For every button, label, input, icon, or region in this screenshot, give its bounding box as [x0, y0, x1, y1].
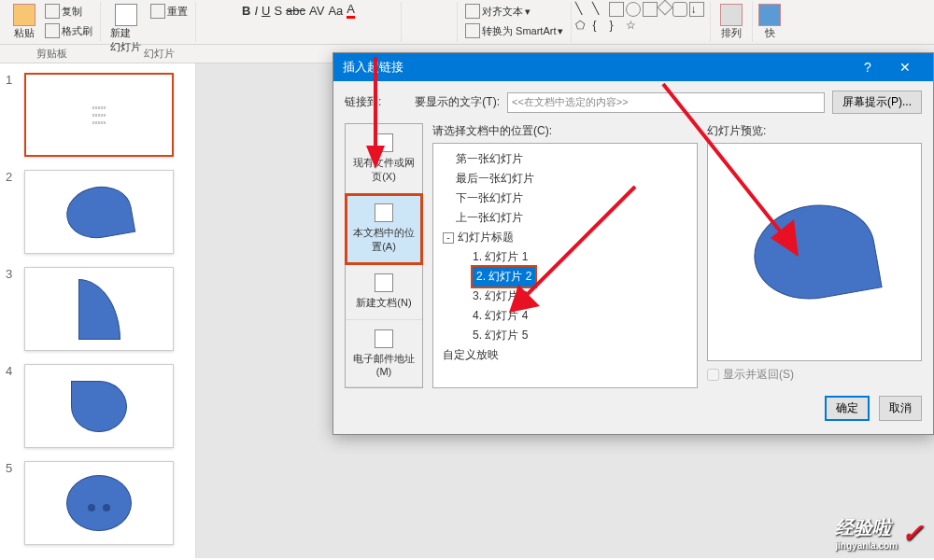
tree-prev-slide[interactable]: 上一张幻灯片: [439, 208, 691, 228]
quick-button[interactable]: 快: [753, 2, 786, 42]
reset-button[interactable]: 重置: [147, 2, 191, 21]
ok-button[interactable]: 确定: [825, 396, 870, 421]
tree-slide-5[interactable]: 5. 幻灯片 5: [439, 326, 691, 345]
align-text-button[interactable]: 对齐文本▾: [461, 2, 567, 21]
tab-new-document[interactable]: 新建文档(N): [346, 264, 422, 320]
slide-item-5[interactable]: 5: [6, 461, 190, 545]
tab-existing-file[interactable]: 现有文件或网页(X): [346, 124, 422, 194]
slide-thumb-1[interactable]: xxxxx xxxxx xxxxx: [24, 73, 174, 157]
slide-number: 4: [6, 364, 19, 448]
link-to-tabs: 现有文件或网页(X) 本文档中的位置(A) 新建文档(N) 电子邮件地址(M): [345, 123, 423, 388]
tree-slide-titles[interactable]: -幻灯片标题: [439, 228, 691, 247]
slide-panel[interactable]: 1 xxxxx xxxxx xxxxx 2 3 4 5: [0, 63, 196, 558]
slide-thumb-4[interactable]: [24, 364, 174, 448]
slide-item-4[interactable]: 4: [6, 364, 190, 448]
quick-icon: [758, 4, 781, 26]
strike-button[interactable]: abc: [286, 4, 305, 18]
ribbon-group-paragraph: [402, 2, 458, 42]
ribbon: 粘贴 复制 格式刷 新建 幻灯片 重置 B I U S abc AV A: [0, 0, 934, 45]
preview-pie-shape: [746, 195, 882, 308]
format-painter-button[interactable]: 格式刷: [41, 21, 96, 40]
place-tree[interactable]: 第一张幻灯片 最后一张幻灯片 下一张幻灯片 上一张幻灯片 -幻灯片标题 1. 幻…: [432, 143, 698, 388]
slide-number: 5: [6, 461, 19, 545]
paste-label: 粘贴: [14, 26, 35, 40]
position-label: 请选择文档中的位置(C):: [432, 123, 698, 139]
check-icon: ✓: [901, 518, 923, 549]
tab-email-address[interactable]: 电子邮件地址(M): [346, 320, 422, 387]
display-text-label: 要显示的文字(T):: [415, 94, 500, 110]
smartart-button[interactable]: 转换为 SmartArt▾: [461, 21, 567, 40]
new-doc-icon: [375, 273, 393, 292]
display-text-input[interactable]: [507, 92, 825, 113]
tree-slide-2[interactable]: 2. 幻灯片 2: [473, 267, 535, 287]
spacing-button[interactable]: AV: [309, 4, 324, 18]
pie-shape: [63, 181, 135, 243]
bold-button[interactable]: B: [242, 4, 250, 18]
smartart-icon: [465, 23, 480, 38]
case-button[interactable]: Aa: [328, 4, 343, 18]
collapse-icon[interactable]: -: [443, 232, 454, 244]
slide-number: 3: [6, 267, 19, 351]
preview-label: 幻灯片预览:: [707, 123, 922, 139]
slide-item-1[interactable]: 1 xxxxx xxxxx xxxxx: [6, 73, 190, 157]
slide-item-3[interactable]: 3: [6, 267, 190, 351]
arrange-button[interactable]: 排列: [715, 2, 748, 42]
tree-next-slide[interactable]: 下一张幻灯片: [439, 189, 691, 208]
copy-button[interactable]: 复制: [41, 2, 96, 21]
face-shape: [66, 475, 132, 531]
italic-button[interactable]: I: [254, 4, 258, 18]
show-return-checkbox: [707, 369, 719, 381]
globe-icon: [375, 133, 393, 152]
arrange-icon: [720, 4, 743, 26]
ribbon-group-arrange: 排列: [711, 2, 753, 42]
font-color-button[interactable]: A: [347, 2, 355, 19]
tree-first-slide[interactable]: 第一张幻灯片: [439, 149, 691, 169]
tree-slide-3[interactable]: 3. 幻灯片 3: [439, 287, 691, 306]
drop-shape: [71, 381, 127, 432]
show-return-label: 显示并返回(S): [723, 367, 794, 383]
screentip-button[interactable]: 屏幕提示(P)...: [832, 91, 922, 114]
ribbon-group-font: B I U S abc AV Aa A: [196, 2, 402, 42]
ribbon-group-shapes: ╲╲ ↓ ⬠{ }☆: [572, 2, 711, 42]
link-to-label: 链接到:: [345, 94, 381, 110]
brush-icon: [45, 23, 60, 38]
copy-icon: [45, 4, 60, 19]
slide-thumb-3[interactable]: [24, 267, 174, 351]
paste-icon: [13, 4, 35, 26]
slide-preview: [707, 143, 922, 361]
ribbon-group-textalign: 对齐文本▾ 转换为 SmartArt▾: [458, 2, 572, 42]
align-icon: [465, 4, 480, 19]
dialog-title-text: 插入超链接: [343, 59, 403, 76]
slide-thumb-2[interactable]: [24, 170, 174, 254]
dialog-titlebar[interactable]: 插入超链接 ? ✕: [333, 53, 933, 81]
section-slides-label: 幻灯片: [103, 45, 215, 63]
slide-thumb-5[interactable]: [24, 461, 174, 545]
cancel-button[interactable]: 取消: [879, 396, 922, 421]
tab-place-in-doc[interactable]: 本文档中的位置(A): [346, 194, 422, 264]
slide-item-2[interactable]: 2: [6, 170, 190, 254]
dialog-body: 链接到: 要显示的文字(T): 屏幕提示(P)... 现有文件或网页(X) 本文…: [333, 81, 933, 436]
ribbon-group-slides: 新建 幻灯片 重置: [101, 2, 196, 42]
ribbon-group-clipboard: 粘贴 复制 格式刷: [4, 2, 101, 42]
tree-last-slide[interactable]: 最后一张幻灯片: [439, 169, 691, 189]
slide-number: 1: [6, 73, 19, 157]
tree-slide-1[interactable]: 1. 幻灯片 1: [439, 247, 691, 267]
new-slide-icon: [115, 4, 137, 26]
tree-slide-4[interactable]: 4. 幻灯片 4: [439, 306, 691, 326]
dialog-close-button[interactable]: ✕: [886, 53, 924, 81]
document-icon: [375, 203, 393, 222]
underline-button[interactable]: U: [262, 4, 270, 18]
shadow-button[interactable]: S: [274, 4, 282, 18]
paste-button[interactable]: 粘贴: [7, 2, 41, 42]
dialog-help-button[interactable]: ?: [849, 53, 886, 81]
watermark: 经验啦 jingyanla.com ✓: [835, 515, 923, 551]
reset-icon: [150, 4, 165, 19]
slide-number: 2: [6, 170, 19, 254]
insert-hyperlink-dialog: 插入超链接 ? ✕ 链接到: 要显示的文字(T): 屏幕提示(P)... 现有文…: [333, 52, 934, 435]
email-icon: [375, 329, 393, 348]
half-shape: [78, 279, 120, 340]
tree-custom-show[interactable]: 自定义放映: [439, 345, 691, 365]
section-clipboard-label: 剪贴板: [0, 45, 103, 63]
